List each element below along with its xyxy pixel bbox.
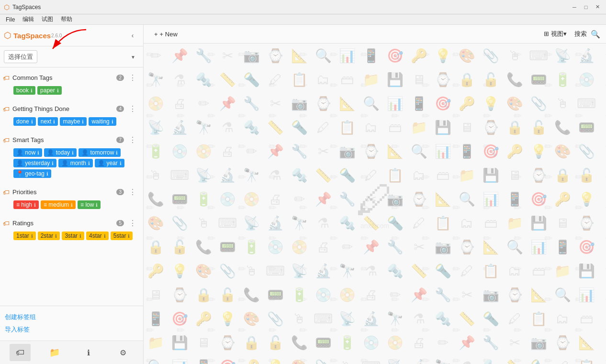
bg-icon: 🔍	[455, 187, 479, 211]
bg-icon: 📷	[239, 44, 263, 67]
bg-icon: 🎨	[239, 307, 263, 331]
tag-maybe[interactable]: maybe ℹ	[60, 117, 87, 126]
tag-geotag-info[interactable]: ℹ	[46, 171, 48, 176]
tag-maybe-info[interactable]: ℹ	[82, 119, 84, 124]
tag-icon-common: 🏷	[3, 74, 10, 82]
minimize-btn[interactable]: ─	[570, 2, 579, 12]
tag-1star[interactable]: 1star ℹ	[13, 232, 36, 240]
tag-now-info[interactable]: ℹ	[37, 150, 39, 155]
tag-now[interactable]: 👤 now ℹ	[13, 148, 42, 157]
bg-icon: 📷	[527, 331, 550, 354]
bg-icon: 🔋	[550, 67, 574, 91]
tag-month[interactable]: 👤 month ℹ	[58, 159, 93, 167]
tags-view-btn[interactable]: 🏷	[10, 344, 31, 361]
bg-icon: 🖨	[215, 139, 239, 163]
tag-5star-info[interactable]: ℹ	[128, 233, 130, 239]
tag-group-smart-header[interactable]: 🏷 Smart Tags 7 ⋮	[0, 132, 143, 147]
tag-low-info[interactable]: ℹ	[96, 202, 98, 208]
maximize-btn[interactable]: □	[581, 2, 591, 12]
tag-group-smart-count: 7	[116, 137, 124, 143]
tag-group-smart-more[interactable]: ⋮	[127, 134, 138, 145]
bg-icon: 🔒	[550, 163, 574, 187]
tag-paper[interactable]: paper ℹ	[37, 86, 62, 95]
menu-file[interactable]: File	[2, 15, 19, 24]
tag-book-info[interactable]: ℹ	[31, 88, 33, 93]
tag-next-info[interactable]: ℹ	[53, 119, 55, 124]
bg-icon: 📊	[168, 354, 191, 364]
import-tags-link[interactable]: 导入标签	[5, 323, 138, 336]
tag-today[interactable]: 👤 today ℹ	[44, 148, 77, 157]
menu-help[interactable]: 帮助	[57, 14, 76, 24]
tag-waiting[interactable]: waiting ℹ	[89, 117, 116, 126]
tag-year[interactable]: 👤 year ℹ	[95, 159, 124, 167]
bg-icon: 💾	[383, 67, 407, 91]
tag-done-info[interactable]: ℹ	[31, 119, 33, 124]
tag-group-priorities-more[interactable]: ⋮	[127, 187, 138, 198]
view-btn[interactable]: ⊞ 视图▾	[540, 28, 571, 40]
tag-yesterday[interactable]: 👤 yesterday ℹ	[13, 159, 56, 167]
collapse-btn[interactable]: ‹	[126, 29, 139, 42]
tag-group-common-more[interactable]: ⋮	[127, 72, 138, 83]
bg-icon: 📞	[239, 283, 263, 307]
bg-icon: 📀	[287, 235, 311, 259]
new-button[interactable]: + + New	[149, 29, 182, 40]
tag-3star[interactable]: 3star ℹ	[62, 232, 84, 240]
tag-month-info[interactable]: ℹ	[88, 161, 90, 166]
bg-icon: 💡	[479, 91, 503, 115]
tag-2star[interactable]: 2star ℹ	[38, 232, 60, 240]
location-select[interactable]: 选择位置	[4, 50, 37, 63]
tag-high-info[interactable]: ℹ	[34, 202, 36, 208]
tag-group-gtd-more[interactable]: ⋮	[127, 103, 138, 114]
tag-group-priorities-header[interactable]: 🏷 Priorities 3 ⋮	[0, 184, 143, 199]
tag-2star-info[interactable]: ℹ	[55, 233, 57, 239]
tag-5star[interactable]: 5star ℹ	[111, 232, 133, 240]
tag-next[interactable]: next ℹ	[38, 117, 58, 126]
tag-4star-info[interactable]: ℹ	[104, 233, 106, 239]
bg-icon: 📎	[311, 354, 335, 364]
tag-low[interactable]: ≡ low ℹ	[78, 200, 101, 209]
tag-geotag[interactable]: 📍 geo-tag ℹ	[13, 169, 51, 178]
tag-tomorrow-info[interactable]: ℹ	[116, 150, 118, 155]
tag-group-common-header[interactable]: 🏷 Common Tags 2 ⋮	[0, 69, 143, 85]
bg-icon: 🎯	[479, 139, 503, 163]
bg-icon: 🖊	[550, 354, 574, 364]
bg-icon: 🔬	[215, 163, 239, 187]
search-icon[interactable]: 🔍	[591, 30, 600, 39]
bg-icon: 📡	[239, 211, 263, 235]
tag-yesterday-info[interactable]: ℹ	[52, 161, 54, 166]
info-btn[interactable]: ℹ	[78, 344, 99, 361]
bg-icon: ⌨	[168, 163, 191, 187]
tag-medium-info[interactable]: ℹ	[71, 202, 73, 208]
tag-year-info[interactable]: ℹ	[120, 161, 122, 166]
tag-book[interactable]: book ℹ	[13, 86, 35, 95]
create-tag-group-link[interactable]: 创建标签组	[5, 311, 138, 323]
tag-1star-info[interactable]: ℹ	[31, 233, 33, 239]
tag-tomorrow[interactable]: 👤 tomorrow ℹ	[79, 148, 121, 157]
bg-icon: 🔦	[431, 259, 455, 283]
bg-icon: 🖨	[407, 331, 431, 354]
close-btn[interactable]: ✕	[593, 2, 602, 12]
tag-group-ratings-header[interactable]: 🏷 Ratings 5 ⋮	[0, 215, 143, 231]
tag-4star[interactable]: 4star ℹ	[86, 232, 109, 240]
menu-edit[interactable]: 编辑	[19, 14, 38, 24]
tag-group-ratings-more[interactable]: ⋮	[127, 218, 138, 229]
tag-paper-info[interactable]: ℹ	[57, 88, 59, 93]
tag-waiting-info[interactable]: ℹ	[112, 119, 113, 124]
tag-high[interactable]: ≡ high ℹ	[13, 200, 39, 209]
bg-icon: 📏	[215, 67, 239, 91]
bg-icon: 📞	[144, 187, 168, 211]
tag-3star-info[interactable]: ℹ	[79, 233, 81, 239]
menu-view[interactable]: 试图	[38, 14, 57, 24]
common-tags-list: book ℹ paper ℹ	[0, 85, 143, 99]
bg-icon: 🔓	[168, 235, 191, 259]
tag-group-gtd-header[interactable]: 🏷 Getting Things Done 4 ⋮	[0, 100, 143, 116]
priorities-tags-list: ≡ high ℹ ≡ medium ℹ ≡ low ℹ	[0, 199, 143, 213]
bg-icon: 🗂	[407, 163, 431, 187]
tag-done[interactable]: done ℹ	[13, 117, 36, 126]
bg-icon: 📀	[191, 139, 215, 163]
tag-today-info[interactable]: ℹ	[72, 150, 74, 155]
settings-btn[interactable]: ⚙	[112, 344, 134, 361]
tag-medium[interactable]: ≡ medium ℹ	[41, 200, 76, 209]
bg-icon: 📏	[263, 115, 287, 139]
files-view-btn[interactable]: 📁	[44, 344, 65, 361]
